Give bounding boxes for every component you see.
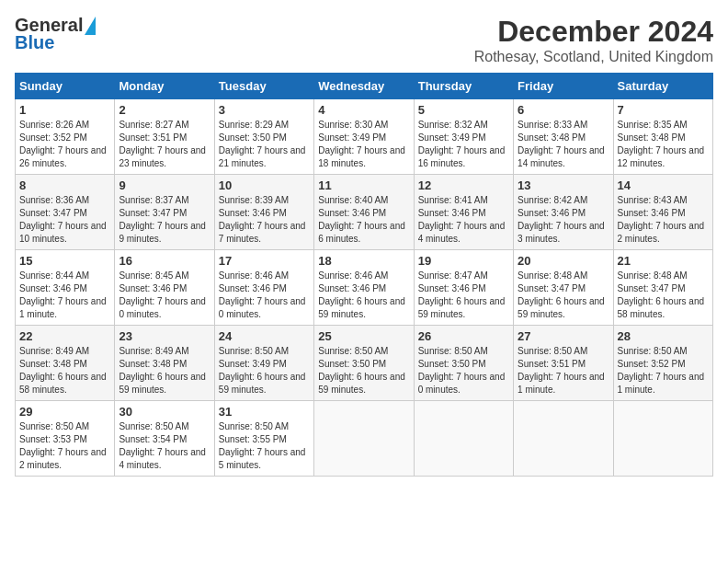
- day-number: 2: [119, 103, 210, 117]
- header-wednesday: Wednesday: [314, 74, 414, 99]
- table-row: 28Sunrise: 8:50 AMSunset: 3:52 PMDayligh…: [613, 326, 712, 401]
- calendar-header-row: Sunday Monday Tuesday Wednesday Thursday…: [16, 74, 713, 99]
- table-row: 20Sunrise: 8:48 AMSunset: 3:47 PMDayligh…: [514, 250, 613, 326]
- table-row: [613, 401, 712, 477]
- day-info: Sunrise: 8:50 AMSunset: 3:52 PMDaylight:…: [618, 345, 709, 396]
- day-number: 7: [618, 103, 709, 117]
- day-number: 20: [518, 254, 609, 268]
- title-section: December 2024 Rothesay, Scotland, United…: [474, 15, 713, 65]
- calendar-subtitle: Rothesay, Scotland, United Kingdom: [474, 49, 713, 65]
- day-number: 29: [19, 405, 110, 419]
- day-info: Sunrise: 8:27 AMSunset: 3:51 PMDaylight:…: [119, 119, 210, 170]
- day-info: Sunrise: 8:37 AMSunset: 3:47 PMDaylight:…: [119, 194, 210, 246]
- day-info: Sunrise: 8:30 AMSunset: 3:49 PMDaylight:…: [318, 119, 409, 170]
- day-info: Sunrise: 8:48 AMSunset: 3:47 PMDaylight:…: [518, 270, 609, 321]
- header-friday: Friday: [514, 74, 613, 99]
- day-info: Sunrise: 8:50 AMSunset: 3:53 PMDaylight:…: [19, 420, 110, 472]
- day-number: 21: [618, 254, 709, 268]
- table-row: 17Sunrise: 8:46 AMSunset: 3:46 PMDayligh…: [214, 250, 313, 326]
- page-header: General Blue December 2024 Rothesay, Sco…: [15, 15, 713, 65]
- table-row: 27Sunrise: 8:50 AMSunset: 3:51 PMDayligh…: [514, 326, 613, 401]
- table-row: 6Sunrise: 8:33 AMSunset: 3:48 PMDaylight…: [514, 99, 613, 175]
- day-info: Sunrise: 8:36 AMSunset: 3:47 PMDaylight:…: [19, 194, 110, 246]
- table-row: 5Sunrise: 8:32 AMSunset: 3:49 PMDaylight…: [414, 99, 513, 175]
- day-info: Sunrise: 8:43 AMSunset: 3:46 PMDaylight:…: [618, 194, 709, 246]
- day-number: 19: [418, 254, 509, 268]
- day-number: 18: [318, 254, 409, 268]
- day-info: Sunrise: 8:50 AMSunset: 3:50 PMDaylight:…: [418, 345, 509, 396]
- day-number: 6: [518, 103, 609, 117]
- day-number: 26: [418, 329, 509, 343]
- day-number: 9: [119, 178, 210, 192]
- day-info: Sunrise: 8:42 AMSunset: 3:46 PMDaylight:…: [518, 194, 609, 246]
- logo: General Blue: [15, 15, 96, 53]
- table-row: 13Sunrise: 8:42 AMSunset: 3:46 PMDayligh…: [514, 175, 613, 250]
- table-row: 10Sunrise: 8:39 AMSunset: 3:46 PMDayligh…: [214, 175, 313, 250]
- day-info: Sunrise: 8:46 AMSunset: 3:46 PMDaylight:…: [219, 270, 310, 321]
- table-row: 24Sunrise: 8:50 AMSunset: 3:49 PMDayligh…: [214, 326, 313, 401]
- day-number: 15: [19, 254, 110, 268]
- table-row: [314, 401, 414, 477]
- table-row: 16Sunrise: 8:45 AMSunset: 3:46 PMDayligh…: [115, 250, 214, 326]
- table-row: 12Sunrise: 8:41 AMSunset: 3:46 PMDayligh…: [414, 175, 513, 250]
- table-row: 29Sunrise: 8:50 AMSunset: 3:53 PMDayligh…: [16, 401, 115, 477]
- day-info: Sunrise: 8:46 AMSunset: 3:46 PMDaylight:…: [318, 270, 409, 321]
- table-row: 14Sunrise: 8:43 AMSunset: 3:46 PMDayligh…: [613, 175, 712, 250]
- table-row: [414, 401, 513, 477]
- day-info: Sunrise: 8:50 AMSunset: 3:50 PMDaylight:…: [318, 345, 409, 396]
- table-row: 21Sunrise: 8:48 AMSunset: 3:47 PMDayligh…: [613, 250, 712, 326]
- day-number: 3: [219, 103, 310, 117]
- day-number: 14: [618, 178, 709, 192]
- day-number: 31: [219, 405, 310, 419]
- calendar-week-4: 22Sunrise: 8:49 AMSunset: 3:48 PMDayligh…: [16, 326, 713, 401]
- calendar-week-1: 1Sunrise: 8:26 AMSunset: 3:52 PMDaylight…: [16, 99, 713, 175]
- table-row: 4Sunrise: 8:30 AMSunset: 3:49 PMDaylight…: [314, 99, 414, 175]
- day-number: 22: [19, 329, 110, 343]
- day-info: Sunrise: 8:47 AMSunset: 3:46 PMDaylight:…: [418, 270, 509, 321]
- day-number: 16: [119, 254, 210, 268]
- day-info: Sunrise: 8:29 AMSunset: 3:50 PMDaylight:…: [219, 119, 310, 170]
- day-number: 12: [418, 178, 509, 192]
- table-row: 9Sunrise: 8:37 AMSunset: 3:47 PMDaylight…: [115, 175, 214, 250]
- day-info: Sunrise: 8:39 AMSunset: 3:46 PMDaylight:…: [219, 194, 310, 246]
- day-number: 13: [518, 178, 609, 192]
- day-info: Sunrise: 8:26 AMSunset: 3:52 PMDaylight:…: [19, 119, 110, 170]
- header-sunday: Sunday: [16, 74, 115, 99]
- day-number: 23: [119, 329, 210, 343]
- header-monday: Monday: [115, 74, 214, 99]
- table-row: 23Sunrise: 8:49 AMSunset: 3:48 PMDayligh…: [115, 326, 214, 401]
- table-row: 26Sunrise: 8:50 AMSunset: 3:50 PMDayligh…: [414, 326, 513, 401]
- day-info: Sunrise: 8:45 AMSunset: 3:46 PMDaylight:…: [119, 270, 210, 321]
- day-info: Sunrise: 8:32 AMSunset: 3:49 PMDaylight:…: [418, 119, 509, 170]
- table-row: 3Sunrise: 8:29 AMSunset: 3:50 PMDaylight…: [214, 99, 313, 175]
- table-row: 30Sunrise: 8:50 AMSunset: 3:54 PMDayligh…: [115, 401, 214, 477]
- day-number: 28: [618, 329, 709, 343]
- day-number: 27: [518, 329, 609, 343]
- day-number: 1: [19, 103, 110, 117]
- day-info: Sunrise: 8:40 AMSunset: 3:46 PMDaylight:…: [318, 194, 409, 246]
- day-number: 25: [318, 329, 409, 343]
- day-number: 11: [318, 178, 409, 192]
- table-row: 11Sunrise: 8:40 AMSunset: 3:46 PMDayligh…: [314, 175, 414, 250]
- table-row: 25Sunrise: 8:50 AMSunset: 3:50 PMDayligh…: [314, 326, 414, 401]
- calendar-week-2: 8Sunrise: 8:36 AMSunset: 3:47 PMDaylight…: [16, 175, 713, 250]
- calendar-week-5: 29Sunrise: 8:50 AMSunset: 3:53 PMDayligh…: [16, 401, 713, 477]
- day-number: 8: [19, 178, 110, 192]
- day-info: Sunrise: 8:33 AMSunset: 3:48 PMDaylight:…: [518, 119, 609, 170]
- day-info: Sunrise: 8:50 AMSunset: 3:49 PMDaylight:…: [219, 345, 310, 396]
- day-info: Sunrise: 8:49 AMSunset: 3:48 PMDaylight:…: [19, 345, 110, 396]
- table-row: 18Sunrise: 8:46 AMSunset: 3:46 PMDayligh…: [314, 250, 414, 326]
- day-number: 17: [219, 254, 310, 268]
- calendar-week-3: 15Sunrise: 8:44 AMSunset: 3:46 PMDayligh…: [16, 250, 713, 326]
- table-row: 1Sunrise: 8:26 AMSunset: 3:52 PMDaylight…: [16, 99, 115, 175]
- header-tuesday: Tuesday: [214, 74, 313, 99]
- day-info: Sunrise: 8:35 AMSunset: 3:48 PMDaylight:…: [618, 119, 709, 170]
- table-row: 22Sunrise: 8:49 AMSunset: 3:48 PMDayligh…: [16, 326, 115, 401]
- logo-triangle-icon: [85, 17, 96, 35]
- day-info: Sunrise: 8:41 AMSunset: 3:46 PMDaylight:…: [418, 194, 509, 246]
- day-info: Sunrise: 8:50 AMSunset: 3:54 PMDaylight:…: [119, 420, 210, 472]
- table-row: 7Sunrise: 8:35 AMSunset: 3:48 PMDaylight…: [613, 99, 712, 175]
- day-info: Sunrise: 8:49 AMSunset: 3:48 PMDaylight:…: [119, 345, 210, 396]
- table-row: 19Sunrise: 8:47 AMSunset: 3:46 PMDayligh…: [414, 250, 513, 326]
- table-row: 2Sunrise: 8:27 AMSunset: 3:51 PMDaylight…: [115, 99, 214, 175]
